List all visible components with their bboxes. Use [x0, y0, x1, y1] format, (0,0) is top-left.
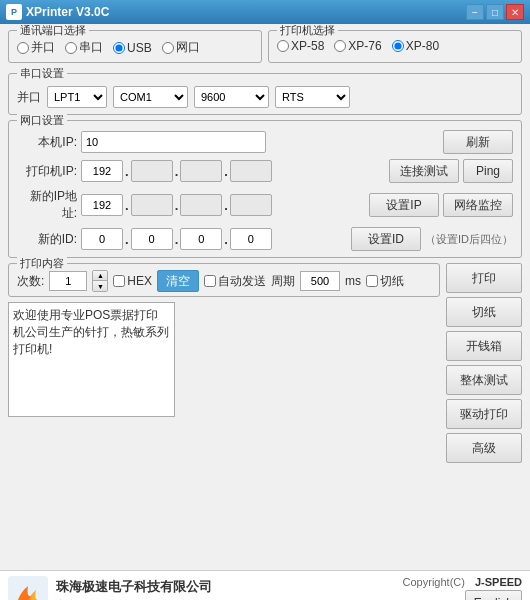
radio-serial-input[interactable]	[65, 42, 77, 54]
print-content-textarea[interactable]: 欢迎使用专业POS票据打印机公司生产的针打，热敏系列打印机!	[8, 302, 175, 417]
new-ip-group: . . .	[81, 194, 272, 216]
radio-xp76-input[interactable]	[334, 40, 346, 52]
radio-usb-input[interactable]	[113, 42, 125, 54]
parallel-port-label: 并口	[17, 89, 41, 106]
radio-network-input[interactable]	[162, 42, 174, 54]
title-bar: P XPrinter V3.0C − □ ✕	[0, 0, 530, 24]
printer-section: 打印机选择 XP-58 XP-76 XP-80	[268, 30, 522, 63]
printer-ip-dot3: .	[224, 164, 228, 179]
cut-paper-label: 切纸	[380, 273, 404, 290]
footer: XINYE 珠海极速电子科技有限公司 官方网站 www.xprinter.net…	[0, 570, 530, 600]
company-name: 珠海极速电子科技有限公司	[56, 578, 212, 596]
ping-button[interactable]: Ping	[463, 159, 513, 183]
new-ip-seg3[interactable]	[180, 194, 222, 216]
new-id-dot2: .	[175, 232, 179, 247]
cut-paper-button[interactable]: 切纸	[446, 297, 522, 327]
auto-send-input[interactable]	[204, 275, 216, 287]
comm-port-label: 通讯端口选择	[17, 24, 89, 38]
radio-xp76[interactable]: XP-76	[334, 39, 381, 53]
radio-parallel-label: 并口	[31, 39, 55, 56]
radio-parallel-input[interactable]	[17, 42, 29, 54]
new-ip-seg2[interactable]	[131, 194, 173, 216]
maximize-button[interactable]: □	[486, 4, 504, 20]
new-id-dot1: .	[125, 232, 129, 247]
auto-send-label: 自动发送	[218, 273, 266, 290]
printer-ip-dot2: .	[175, 164, 179, 179]
radio-usb[interactable]: USB	[113, 41, 152, 55]
radio-xp76-label: XP-76	[348, 39, 381, 53]
new-id-seg2[interactable]	[131, 228, 173, 250]
printer-ip-dot1: .	[125, 164, 129, 179]
radio-network-label: 网口	[176, 39, 200, 56]
count-input[interactable]	[49, 271, 87, 291]
footer-right: Copyright(C) J-SPEED English	[403, 576, 522, 601]
auto-send-checkbox[interactable]: 自动发送	[204, 273, 266, 290]
printer-ip-seg3[interactable]	[180, 160, 222, 182]
window-controls: − □ ✕	[466, 4, 524, 20]
parallel-port-select[interactable]: LPT1	[47, 86, 107, 108]
new-id-seg4[interactable]	[230, 228, 272, 250]
hex-checkbox[interactable]: HEX	[113, 274, 152, 288]
new-id-seg3[interactable]	[180, 228, 222, 250]
app-icon: P	[6, 4, 22, 20]
new-ip-seg4[interactable]	[230, 194, 272, 216]
radio-network[interactable]: 网口	[162, 39, 200, 56]
minimize-button[interactable]: −	[466, 4, 484, 20]
copyright: Copyright(C)	[403, 576, 465, 588]
printer-ip-seg1[interactable]	[81, 160, 123, 182]
new-id-label: 新的ID:	[17, 231, 77, 248]
count-down-button[interactable]: ▼	[93, 281, 107, 291]
company-info: 珠海极速电子科技有限公司 官方网站 www.xprinter.net	[56, 578, 212, 600]
com-port-select[interactable]: COM1	[113, 86, 188, 108]
new-ip-seg1[interactable]	[81, 194, 123, 216]
network-settings-section: 网口设置 本机IP: 刷新 打印机IP: . . . 连接测试 Ping	[8, 120, 522, 258]
period-input[interactable]	[300, 271, 340, 291]
new-ip-label: 新的IP地址:	[17, 188, 77, 222]
print-button[interactable]: 打印	[446, 263, 522, 293]
radio-usb-label: USB	[127, 41, 152, 55]
set-ip-button[interactable]: 设置IP	[369, 193, 439, 217]
radio-serial[interactable]: 串口	[65, 39, 103, 56]
local-ip-input[interactable]	[81, 131, 266, 153]
count-label: 次数:	[17, 273, 44, 290]
radio-serial-label: 串口	[79, 39, 103, 56]
baud-rate-select[interactable]: 9600	[194, 86, 269, 108]
print-content-section: 打印内容 次数: ▲ ▼ HEX 清空 自动发送	[8, 263, 440, 297]
english-button[interactable]: English	[465, 590, 522, 601]
print-content-label: 打印内容	[17, 256, 67, 271]
radio-parallel[interactable]: 并口	[17, 39, 55, 56]
set-id-button[interactable]: 设置ID	[351, 227, 421, 251]
local-ip-label: 本机IP:	[17, 134, 77, 151]
clear-button[interactable]: 清空	[157, 270, 199, 292]
radio-xp80[interactable]: XP-80	[392, 39, 439, 53]
count-up-button[interactable]: ▲	[93, 271, 107, 281]
brand-text: J-SPEED	[475, 576, 522, 588]
printer-ip-seg2[interactable]	[131, 160, 173, 182]
connect-test-button[interactable]: 连接测试	[389, 159, 459, 183]
cut-paper-input[interactable]	[366, 275, 378, 287]
open-drawer-button[interactable]: 开钱箱	[446, 331, 522, 361]
printer-ip-group: . . .	[81, 160, 272, 182]
printer-ip-label: 打印机IP:	[17, 163, 77, 180]
advanced-button[interactable]: 高级	[446, 433, 522, 463]
radio-xp58-input[interactable]	[277, 40, 289, 52]
period-unit: ms	[345, 274, 361, 288]
printer-ip-seg4[interactable]	[230, 160, 272, 182]
cut-paper-checkbox[interactable]: 切纸	[366, 273, 404, 290]
drive-test-button[interactable]: 驱动打印	[446, 399, 522, 429]
new-ip-dot1: .	[125, 198, 129, 213]
comm-port-radio-group: 并口 串口 USB 网口	[17, 39, 253, 56]
refresh-button[interactable]: 刷新	[443, 130, 513, 154]
main-content: 通讯端口选择 并口 串口 USB 网口	[0, 24, 530, 570]
port-settings-section: 串口设置 并口 LPT1 COM1 9600 RTS	[8, 73, 522, 115]
full-test-button[interactable]: 整体测试	[446, 365, 522, 395]
flow-control-select[interactable]: RTS	[275, 86, 350, 108]
close-button[interactable]: ✕	[506, 4, 524, 20]
hex-checkbox-input[interactable]	[113, 275, 125, 287]
period-label: 周期	[271, 273, 295, 290]
new-id-seg1[interactable]	[81, 228, 123, 250]
radio-xp58[interactable]: XP-58	[277, 39, 324, 53]
network-monitor-button[interactable]: 网络监控	[443, 193, 513, 217]
radio-xp80-input[interactable]	[392, 40, 404, 52]
comm-port-section: 通讯端口选择 并口 串口 USB 网口	[8, 30, 262, 63]
